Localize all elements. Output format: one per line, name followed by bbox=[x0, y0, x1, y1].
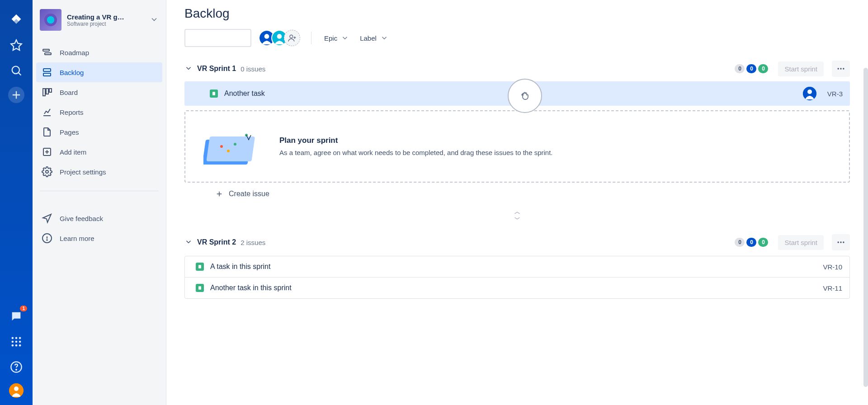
sidebar-item-label: Pages bbox=[60, 128, 79, 136]
svg-point-45 bbox=[843, 241, 844, 243]
sidebar-item-learn[interactable]: Learn more bbox=[36, 228, 162, 248]
svg-point-24 bbox=[47, 240, 47, 240]
story-icon bbox=[196, 263, 204, 271]
create-issue-button[interactable]: Create issue bbox=[184, 183, 850, 205]
svg-rect-34 bbox=[212, 92, 215, 95]
sprint-header: VR Sprint 2 2 issues 0 0 0 Start sprint bbox=[184, 231, 850, 253]
svg-point-31 bbox=[838, 68, 839, 69]
project-icon bbox=[40, 9, 61, 31]
search-input-wrapper bbox=[184, 29, 251, 47]
sidebar-item-label: Board bbox=[60, 89, 78, 96]
svg-point-42 bbox=[234, 143, 236, 146]
svg-point-32 bbox=[840, 68, 841, 69]
svg-point-43 bbox=[838, 241, 839, 243]
sidebar-item-reports[interactable]: Reports bbox=[36, 102, 162, 122]
search-input[interactable] bbox=[190, 34, 269, 42]
collapse-icon[interactable] bbox=[184, 238, 193, 247]
toolbar-separator bbox=[311, 32, 311, 44]
sprint-issue-count: 2 issues bbox=[241, 239, 265, 246]
status-pills: 0 0 0 bbox=[735, 64, 768, 73]
svg-rect-15 bbox=[45, 53, 51, 55]
sidebar-item-settings[interactable]: Project settings bbox=[36, 162, 162, 182]
notification-badge: 1 bbox=[20, 306, 27, 311]
issue-key: VR-11 bbox=[823, 284, 842, 292]
more-icon bbox=[836, 64, 845, 73]
project-chevron-icon[interactable] bbox=[150, 15, 159, 25]
sprint-name: VR Sprint 1 bbox=[197, 65, 236, 73]
svg-point-2 bbox=[15, 337, 18, 339]
issue-row[interactable]: Another task in this sprint VR-11 bbox=[185, 278, 849, 298]
main-content: Backlog Epic Label VR Sprint 1 0 issues bbox=[166, 0, 868, 405]
sidebar-item-board[interactable]: Board bbox=[36, 82, 162, 102]
jira-logo-icon[interactable] bbox=[7, 11, 25, 29]
svg-point-11 bbox=[16, 369, 17, 370]
issue-title: A task in this sprint bbox=[210, 263, 816, 271]
sidebar-item-roadmap[interactable]: Roadmap bbox=[36, 42, 162, 62]
help-icon[interactable] bbox=[7, 358, 25, 376]
sidebar-nav: Roadmap Backlog Board Reports Pages Add … bbox=[33, 42, 166, 182]
sidebar-item-label: Give feedback bbox=[60, 215, 103, 222]
label-filter[interactable]: Label bbox=[358, 31, 390, 45]
chevron-down-icon bbox=[341, 34, 349, 42]
svg-point-3 bbox=[19, 337, 21, 339]
profile-avatar[interactable] bbox=[9, 383, 24, 398]
done-count-pill: 0 bbox=[758, 238, 768, 247]
sidebar-item-backlog[interactable]: Backlog bbox=[36, 62, 162, 82]
filter-label: Epic bbox=[324, 34, 337, 42]
scrollbar[interactable] bbox=[863, 68, 868, 387]
dropzone-body: As a team, agree on what work needs to b… bbox=[279, 148, 553, 157]
done-count-pill: 0 bbox=[758, 64, 768, 73]
sidebar-item-pages[interactable]: Pages bbox=[36, 122, 162, 142]
story-icon bbox=[210, 89, 218, 98]
add-people-button[interactable] bbox=[284, 30, 300, 46]
sidebar-item-label: Project settings bbox=[60, 168, 106, 176]
sidebar-divider bbox=[40, 191, 159, 191]
plan-illustration bbox=[203, 124, 267, 169]
svg-rect-46 bbox=[198, 265, 201, 268]
svg-point-30 bbox=[290, 35, 293, 38]
sidebar-item-feedback[interactable]: Give feedback bbox=[36, 208, 162, 228]
start-sprint-button[interactable]: Start sprint bbox=[778, 235, 824, 250]
svg-point-1 bbox=[12, 337, 14, 339]
create-issue-label: Create issue bbox=[229, 190, 269, 198]
status-pills: 0 0 0 bbox=[735, 238, 768, 247]
sidebar-item-label: Add item bbox=[60, 148, 86, 156]
svg-rect-17 bbox=[43, 73, 51, 76]
svg-rect-16 bbox=[43, 69, 51, 71]
sprint-name: VR Sprint 2 bbox=[197, 238, 236, 246]
sidebar-item-add[interactable]: Add item bbox=[36, 142, 162, 162]
svg-point-9 bbox=[19, 344, 21, 347]
assignee-avatar[interactable] bbox=[803, 87, 816, 100]
collapse-icon[interactable] bbox=[184, 64, 193, 74]
issue-key: VR-3 bbox=[827, 90, 843, 98]
sprint-more-button[interactable] bbox=[832, 61, 850, 77]
start-sprint-button[interactable]: Start sprint bbox=[778, 61, 824, 76]
issue-title: Another task in this sprint bbox=[210, 284, 816, 292]
plus-icon bbox=[215, 190, 223, 198]
inprogress-count-pill: 0 bbox=[746, 64, 756, 73]
svg-point-22 bbox=[46, 170, 48, 173]
sprint-more-button[interactable] bbox=[832, 234, 850, 250]
todo-count-pill: 0 bbox=[735, 238, 745, 247]
svg-point-5 bbox=[15, 341, 18, 343]
create-icon[interactable] bbox=[8, 87, 24, 103]
todo-count-pill: 0 bbox=[735, 64, 745, 73]
app-switcher-icon[interactable] bbox=[7, 333, 25, 351]
svg-rect-19 bbox=[46, 89, 48, 94]
project-header: Creating a VR g… Software project bbox=[33, 9, 166, 34]
issue-key: VR-10 bbox=[823, 263, 842, 271]
svg-rect-47 bbox=[198, 286, 201, 290]
notifications-icon[interactable]: 1 bbox=[7, 307, 25, 325]
search-icon[interactable] bbox=[7, 61, 25, 80]
sprint-dropzone[interactable]: Plan your sprint As a team, agree on wha… bbox=[184, 110, 850, 183]
svg-point-4 bbox=[12, 341, 14, 343]
svg-rect-14 bbox=[43, 49, 49, 51]
svg-point-27 bbox=[264, 34, 269, 39]
svg-point-13 bbox=[14, 386, 19, 391]
epic-filter[interactable]: Epic bbox=[322, 31, 351, 45]
sprint-header: VR Sprint 1 0 issues 0 0 0 Start sprint bbox=[184, 58, 850, 80]
issue-row[interactable]: A task in this sprint VR-10 bbox=[185, 256, 849, 278]
star-icon[interactable] bbox=[7, 36, 25, 54]
resize-handle[interactable] bbox=[513, 211, 522, 221]
toolbar: Epic Label bbox=[184, 29, 850, 47]
